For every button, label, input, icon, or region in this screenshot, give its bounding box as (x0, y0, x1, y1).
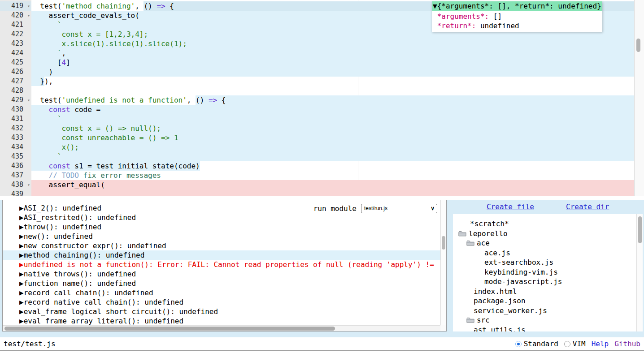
test-result-row[interactable]: ▶function name(): undefined (3, 279, 440, 288)
code-line[interactable]: x(); (31, 142, 644, 152)
tree-item-label: ext-searchbox.js (484, 258, 553, 267)
expand-arrow-icon[interactable]: ▶ (19, 269, 24, 279)
code-line[interactable]: x.slice(1).slice(1).slice(1); (31, 39, 644, 48)
tooltip-row[interactable]: *return*: undefined (433, 21, 601, 30)
expand-arrow-icon[interactable]: ▶ (19, 232, 24, 241)
run-module-select[interactable]: test/run.js ∨ (361, 204, 437, 213)
expand-arrow-icon[interactable]: ▶ (19, 222, 24, 232)
keybinding-vim-option[interactable]: VIM (564, 337, 586, 351)
tooltip-value: undefined (476, 22, 519, 30)
error-line[interactable] (31, 189, 644, 196)
test-result-text: new constructor expr(): undefined (24, 241, 166, 250)
create-dir-link[interactable]: Create dir (566, 200, 609, 214)
run-module-label: run module (313, 204, 357, 213)
tree-item-label: index.html (474, 287, 517, 296)
test-result-row[interactable]: ▶new constructor expr(): undefined (3, 241, 440, 250)
radio-vim-icon[interactable] (564, 341, 570, 347)
code-line[interactable]: test('undefined is not a function', () =… (31, 95, 644, 105)
tooltip-header[interactable]: ▼{*arguments*: [], *return*: undefined} (432, 1, 602, 11)
code-line[interactable]: const unreachable = () => 1 (31, 133, 644, 142)
expand-arrow-icon[interactable]: ▶ (19, 279, 24, 288)
code-token: test( (31, 95, 61, 105)
folder-icon (466, 317, 474, 323)
expand-arrow-icon[interactable]: ▶ (19, 297, 24, 307)
tree-folder-row[interactable]: leporello (453, 229, 643, 239)
vim-label: VIM (573, 337, 586, 351)
expand-arrow-icon[interactable]: ▶ (19, 307, 24, 316)
test-result-text: method chaining(): undefined (24, 251, 145, 259)
code-line[interactable] (31, 86, 644, 95)
test-result-row[interactable]: ▶throw(): undefined (3, 222, 440, 232)
tree-file-row[interactable]: keybinding-vim.js (453, 267, 643, 277)
expand-arrow-icon[interactable]: ▶ (19, 203, 24, 213)
fold-toggle-icon[interactable]: ▾ (27, 1, 30, 11)
tree-file-row[interactable]: ast_utils.js (453, 325, 643, 332)
test-result-row[interactable]: ▶eval_frame logical short circuit(): und… (3, 307, 440, 316)
code-token: => (157, 2, 165, 10)
code-line[interactable]: const code = (31, 105, 644, 114)
test-result-text: eval_frame logical short circuit(): unde… (24, 307, 218, 316)
test-result-row[interactable]: ▶record call chain(): undefined (3, 288, 440, 297)
test-result-row[interactable]: ▶ASI_restrited(): undefined (3, 213, 440, 222)
line-number: 419▾ (0, 1, 31, 11)
tree-file-row[interactable]: package.json (453, 296, 643, 306)
code-token (31, 162, 49, 170)
tooltip-row[interactable]: *arguments*: [] (433, 12, 601, 21)
test-result-row[interactable]: ▶undefined is not a function(): Error: F… (3, 260, 440, 269)
expand-arrow-icon[interactable]: ▶ (19, 213, 24, 222)
tree-file-row[interactable]: index.html (453, 287, 643, 297)
results-vertical-scrollbar-thumb[interactable] (442, 236, 445, 250)
editor-scrollbar-thumb[interactable] (636, 39, 640, 52)
results-horizontal-scrollbar-thumb[interactable] (4, 327, 335, 331)
fold-toggle-icon[interactable]: ▾ (27, 180, 30, 189)
test-result-row[interactable]: ▶native throws(): undefined (3, 269, 440, 279)
code-line[interactable]: `, (31, 48, 644, 58)
help-link[interactable]: Help (592, 337, 609, 351)
expand-arrow-icon[interactable]: ▶ (19, 241, 24, 250)
code-line[interactable]: const x = () => null(); (31, 124, 644, 133)
error-line[interactable]: assert_equal( (31, 180, 644, 189)
radio-standard-icon[interactable] (515, 341, 522, 347)
code-token: , (61, 48, 66, 58)
code-line[interactable]: ` (31, 152, 644, 161)
line-number: 438▾ (0, 180, 31, 189)
tree-file-row[interactable]: ace.js (453, 248, 643, 258)
tree-file-row[interactable]: ext-searchbox.js (453, 258, 643, 267)
fold-toggle-icon[interactable]: ▾ (27, 11, 30, 20)
tree-file-row[interactable]: mode-javascript.js (453, 277, 643, 287)
expand-arrow-icon[interactable]: ▶ (19, 316, 24, 325)
test-result-row[interactable]: ▶record native call chain(): undefined (3, 297, 440, 307)
create-file-link[interactable]: Create file (487, 200, 534, 214)
code-line[interactable]: }), (31, 77, 644, 86)
tree-vertical-scrollbar-thumb[interactable] (638, 216, 642, 243)
expand-arrow-icon[interactable]: ▶ (19, 288, 24, 297)
test-result-text: ASI_2(): undefined (24, 204, 101, 212)
tree-item-label: src (477, 315, 490, 325)
code-token: ), (44, 77, 53, 86)
code-line[interactable]: ` (31, 114, 644, 124)
fold-toggle-icon[interactable]: ▾ (27, 95, 30, 105)
tree-file-row[interactable]: service_worker.js (453, 306, 643, 316)
keybinding-standard-option[interactable]: Standard (515, 337, 558, 351)
expand-arrow-icon[interactable]: ▶ (19, 250, 24, 260)
code-line[interactable]: // TODO fix error messages (31, 171, 644, 180)
test-result-row[interactable]: ▶eval_frame array_literal(): undefined (3, 316, 440, 325)
expand-arrow-icon[interactable]: ▶ (19, 260, 24, 269)
folder-icon (458, 231, 466, 237)
test-result-text: ASI_restrited(): undefined (24, 213, 136, 222)
line-number: 422 (0, 30, 31, 39)
test-result-text: throw(): undefined (24, 223, 101, 231)
tree-file-row[interactable]: *scratch* (453, 219, 643, 229)
tree-folder-row[interactable]: src (453, 315, 643, 325)
tree-folder-row[interactable]: ace (453, 238, 643, 248)
code-line[interactable]: [4] (31, 58, 644, 67)
code-token: s1 = test_initial_state(code) (70, 162, 200, 170)
test-result-row[interactable]: ▶method chaining(): undefined (3, 250, 440, 260)
tree-item-label: mode-javascript.js (484, 277, 562, 286)
code-line[interactable]: ) (31, 67, 644, 77)
code-line[interactable]: const s1 = test_initial_state(code) (31, 161, 644, 171)
github-link[interactable]: Github (614, 337, 640, 351)
line-number: 426 (0, 67, 31, 77)
test-result-row[interactable]: ▶new(): undefined (3, 232, 440, 241)
code-token (31, 171, 49, 180)
